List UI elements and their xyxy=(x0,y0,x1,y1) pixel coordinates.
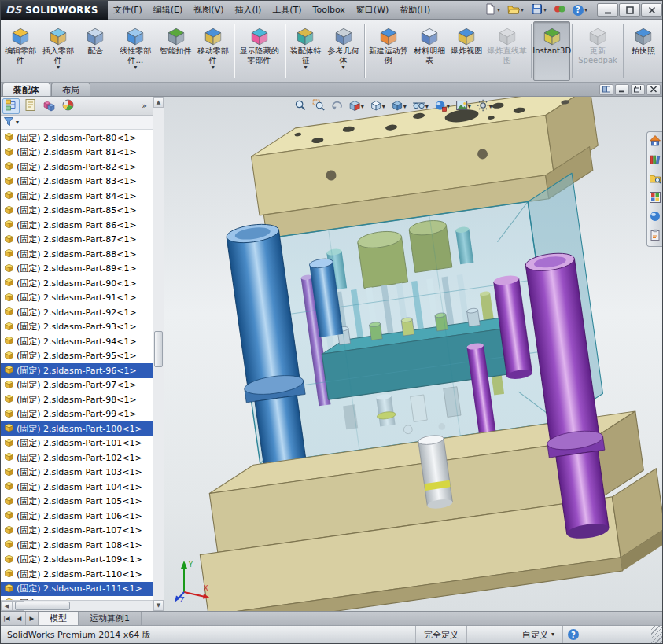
tree-vertical-scrollbar[interactable]: ▲ ▼ xyxy=(153,97,164,611)
scroll-left-icon[interactable]: ◀ xyxy=(1,601,13,611)
reference-geometry-button[interactable]: 参考几何体▾ xyxy=(324,21,362,81)
tree-item[interactable]: (固定) 2.sldasm-Part-107<1> xyxy=(1,524,153,539)
display-style-button[interactable]: ▾ xyxy=(389,98,409,116)
scroll-up-icon[interactable]: ▲ xyxy=(153,97,164,108)
help-icon[interactable]: ? xyxy=(568,629,579,640)
take-snapshot-button[interactable]: 拍快照 xyxy=(625,21,661,81)
tree-item[interactable]: (固定) 2.sldasm-Part-92<1> xyxy=(1,305,153,320)
minimize-button[interactable] xyxy=(597,3,618,17)
filter-caret-icon[interactable]: ▾ xyxy=(16,120,19,126)
doc-collapse-button[interactable] xyxy=(599,84,613,95)
tab-model[interactable]: 模型 xyxy=(39,612,79,625)
lifecycle-button[interactable] xyxy=(551,2,568,19)
horizontal-scroll-thumb[interactable] xyxy=(15,602,70,610)
new-motion-study-button[interactable]: 新建运动算例 xyxy=(366,21,411,81)
custom-properties-tab[interactable] xyxy=(648,230,662,243)
tree-item[interactable]: (固定) 2.sldasm-Part-83<1> xyxy=(1,175,153,190)
section-view-button[interactable]: ▾ xyxy=(346,98,366,116)
tree-item[interactable]: (固定) 2.sldasm-Part-104<1> xyxy=(1,480,153,495)
tree-item[interactable]: (固定) 2.sldasm-Part-89<1> xyxy=(1,262,153,277)
insert-components-button[interactable]: 插入零部件▾ xyxy=(39,21,77,81)
featuremanager-tab[interactable] xyxy=(2,98,20,114)
graphics-viewport[interactable]: ▾▾▾▾▾▾▾ Y X Z xyxy=(164,97,662,611)
exploded-view-button[interactable]: 爆炸视图 xyxy=(448,21,484,81)
bill-of-materials-button[interactable]: 材料明细表 xyxy=(411,21,448,81)
maximize-button[interactable] xyxy=(619,3,640,17)
tree-item[interactable]: (固定) 2.sldasm-Part-95<1> xyxy=(1,349,153,364)
doc-close-button[interactable] xyxy=(646,84,661,95)
doc-minimize-button[interactable] xyxy=(615,84,629,95)
previous-view-button[interactable] xyxy=(328,98,345,116)
tree-item[interactable]: (固定) 2.sldasm-Part-84<1> xyxy=(1,189,153,204)
tree-item[interactable]: (固定) 2.sldasm-Part-91<1> xyxy=(1,291,153,306)
custom-mode-dropdown[interactable]: 自定义 ▾ xyxy=(514,626,562,643)
tree-item[interactable]: (固定) 2.sldasm-Part-96<1> xyxy=(1,363,153,378)
tree-item[interactable]: (固定) 2.sldasm-Part-88<1> xyxy=(1,247,153,262)
tree-item[interactable]: (固定) 2.sldasm-Part-101<1> xyxy=(1,436,153,451)
smart-fasteners-button[interactable]: 智能扣件 xyxy=(158,21,194,81)
tree-item[interactable]: (固定) 2.sldasm-Part-110<1> xyxy=(1,567,153,582)
tree-item[interactable]: (固定) 2.sldasm-Part-90<1> xyxy=(1,276,153,291)
tree-item[interactable]: (固定) 2.sldasm-Part-98<1> xyxy=(1,392,153,407)
tree-item[interactable]: (固定) 2.sldasm-Part-108<1> xyxy=(1,538,153,553)
configurationmanager-tab[interactable] xyxy=(40,98,57,114)
menu-item-1[interactable]: 编辑(E) xyxy=(148,1,189,19)
show-hidden-components-button[interactable]: 显示隐藏的零部件 xyxy=(236,21,283,81)
tree-item[interactable]: (固定) 2.sldasm-Part-102<1> xyxy=(1,451,153,466)
new-document-button[interactable]: ▾ xyxy=(482,2,503,19)
status-help[interactable]: ? xyxy=(562,626,584,643)
menu-item-7[interactable]: 帮助(H) xyxy=(394,1,436,19)
tree-item[interactable]: (固定) 2.sldasm-Part-86<1> xyxy=(1,218,153,233)
home-tab[interactable] xyxy=(648,135,662,149)
explode-line-sketch-button[interactable]: 爆炸直线草图 xyxy=(484,21,529,81)
vertical-scroll-thumb[interactable] xyxy=(154,331,163,367)
doc-restore-button[interactable] xyxy=(631,84,645,95)
linear-component-pattern-button[interactable]: 线性零部件...▾ xyxy=(113,21,157,81)
hide-show-items-button[interactable]: ▾ xyxy=(410,98,431,116)
menu-item-3[interactable]: 插入(I) xyxy=(229,1,267,19)
scroll-down-icon[interactable]: ▼ xyxy=(153,600,164,611)
update-speedpak-button[interactable]: 更新 Speedpak xyxy=(574,21,621,81)
tree-item[interactable]: (固定) 2.sldasm-Part-109<1> xyxy=(1,553,153,568)
displaymanager-tab[interactable] xyxy=(59,98,76,114)
tree-item[interactable]: (固定) 2.sldasm-Part-111<1> xyxy=(1,582,153,597)
file-explorer-tab[interactable] xyxy=(648,173,662,186)
instant3d-button[interactable]: Instant3D xyxy=(533,21,570,81)
help-button[interactable]: ?▾ xyxy=(570,3,590,17)
design-library-tab[interactable] xyxy=(648,154,662,167)
zoom-area-button[interactable] xyxy=(310,98,327,116)
panel-overflow-chevron[interactable]: » xyxy=(138,101,151,111)
tree-horizontal-scrollbar[interactable]: ◀ ▶ xyxy=(1,600,153,611)
tree-filter-row[interactable]: ▾ xyxy=(1,116,153,130)
tab-layout[interactable]: 布局 xyxy=(51,83,90,96)
filter-funnel-icon[interactable] xyxy=(3,116,14,129)
edit-component-button[interactable]: 编辑零部件 xyxy=(2,21,39,81)
open-button[interactable]: ▾ xyxy=(505,2,526,19)
close-button[interactable] xyxy=(641,3,662,17)
apply-scene-button[interactable]: ▾ xyxy=(453,98,473,116)
edit-appearance-button[interactable]: ▾ xyxy=(432,98,452,116)
tree-item[interactable]: (固定) 2.sldasm-Part-81<1> xyxy=(1,145,153,160)
tab-nav-left-icon[interactable]: ◀ xyxy=(13,612,26,625)
tree-item[interactable]: (固定) 2.sldasm-Part-103<1> xyxy=(1,466,153,480)
appearances-tab[interactable] xyxy=(648,211,662,224)
zoom-fit-button[interactable] xyxy=(292,98,309,116)
view-orientation-button[interactable]: ▾ xyxy=(367,98,388,116)
move-component-button[interactable]: 移动零部件▾ xyxy=(194,21,232,81)
tree-item[interactable]: (固定) 2.sldasm-Part-106<1> xyxy=(1,509,153,524)
menu-item-0[interactable]: 文件(F) xyxy=(108,1,148,19)
tree-item[interactable]: (固定) 2.sldasm-Part-80<1> xyxy=(1,131,153,145)
tree-item[interactable]: (固定) 2.sldasm-Part-100<1> xyxy=(1,421,153,436)
menu-item-5[interactable]: Toolbox xyxy=(308,1,351,19)
tree-item[interactable]: (固定) 2.sldasm-Part-87<1> xyxy=(1,233,153,248)
view-palette-tab[interactable] xyxy=(648,192,662,205)
tab-nav-right-icon[interactable]: ▶ xyxy=(26,612,39,625)
tab-nav-first-icon[interactable]: |◀ xyxy=(1,612,13,625)
assembly-3d-model[interactable] xyxy=(164,97,662,611)
menu-item-6[interactable]: 窗口(W) xyxy=(351,1,394,19)
tree-item[interactable]: (固定) 2.sldasm-Part-97<1> xyxy=(1,378,153,393)
tab-assembly[interactable]: 装配体 xyxy=(2,83,50,96)
tree-item[interactable]: (固定) 2.sldasm-Part-99<1> xyxy=(1,407,153,422)
tab-motion-study[interactable]: 运动算例1 xyxy=(79,612,142,625)
assembly-features-button[interactable]: 装配体特征▾ xyxy=(286,21,324,81)
